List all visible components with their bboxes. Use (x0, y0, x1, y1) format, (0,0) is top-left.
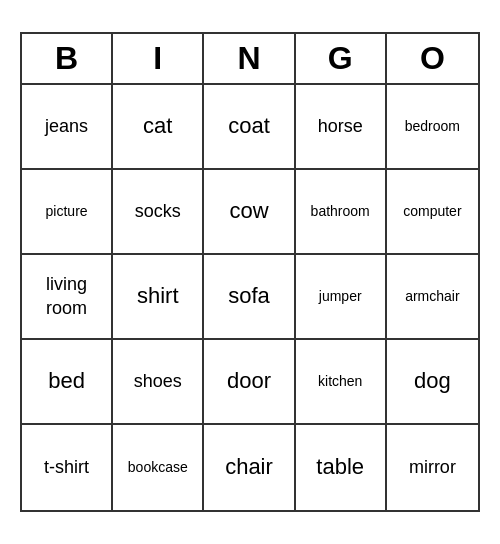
bingo-cell-17: door (204, 340, 295, 425)
bingo-cell-4: bedroom (387, 85, 478, 170)
cell-text-17: door (227, 367, 271, 396)
cell-text-22: chair (225, 453, 273, 482)
cell-text-19: dog (414, 367, 451, 396)
cell-text-14: armchair (405, 287, 459, 305)
cell-text-12: sofa (228, 282, 270, 311)
bingo-cell-5: picture (22, 170, 113, 255)
cell-text-0: jeans (45, 115, 88, 138)
bingo-cell-6: socks (113, 170, 204, 255)
bingo-cell-23: table (296, 425, 387, 510)
cell-text-9: computer (403, 202, 461, 220)
cell-text-11: shirt (137, 282, 179, 311)
cell-text-15: bed (48, 367, 85, 396)
header-letter-o: O (387, 34, 478, 83)
bingo-cell-0: jeans (22, 85, 113, 170)
bingo-header: BINGO (22, 34, 478, 85)
cell-text-13: jumper (319, 287, 362, 305)
cell-text-20: t-shirt (44, 456, 89, 479)
header-letter-b: B (22, 34, 113, 83)
header-letter-n: N (204, 34, 295, 83)
cell-text-5: picture (46, 202, 88, 220)
bingo-cell-10: living room (22, 255, 113, 340)
header-letter-g: G (296, 34, 387, 83)
bingo-cell-19: dog (387, 340, 478, 425)
cell-text-16: shoes (134, 370, 182, 393)
cell-text-2: coat (228, 112, 270, 141)
cell-text-3: horse (318, 115, 363, 138)
bingo-cell-2: coat (204, 85, 295, 170)
cell-text-23: table (316, 453, 364, 482)
bingo-cell-20: t-shirt (22, 425, 113, 510)
cell-text-18: kitchen (318, 372, 362, 390)
bingo-grid: jeanscatcoathorsebedroompicturesockscowb… (22, 85, 478, 510)
cell-text-7: cow (229, 197, 268, 226)
cell-text-1: cat (143, 112, 172, 141)
cell-text-10: living room (26, 273, 107, 320)
bingo-card: BINGO jeanscatcoathorsebedroompicturesoc… (20, 32, 480, 512)
bingo-cell-24: mirror (387, 425, 478, 510)
bingo-cell-15: bed (22, 340, 113, 425)
bingo-cell-8: bathroom (296, 170, 387, 255)
bingo-cell-21: bookcase (113, 425, 204, 510)
cell-text-4: bedroom (405, 117, 460, 135)
cell-text-8: bathroom (311, 202, 370, 220)
cell-text-21: bookcase (128, 458, 188, 476)
bingo-cell-3: horse (296, 85, 387, 170)
cell-text-24: mirror (409, 456, 456, 479)
bingo-cell-1: cat (113, 85, 204, 170)
bingo-cell-18: kitchen (296, 340, 387, 425)
bingo-cell-7: cow (204, 170, 295, 255)
bingo-cell-14: armchair (387, 255, 478, 340)
bingo-cell-11: shirt (113, 255, 204, 340)
cell-text-6: socks (135, 200, 181, 223)
bingo-cell-13: jumper (296, 255, 387, 340)
bingo-cell-12: sofa (204, 255, 295, 340)
header-letter-i: I (113, 34, 204, 83)
bingo-cell-22: chair (204, 425, 295, 510)
bingo-cell-16: shoes (113, 340, 204, 425)
bingo-cell-9: computer (387, 170, 478, 255)
